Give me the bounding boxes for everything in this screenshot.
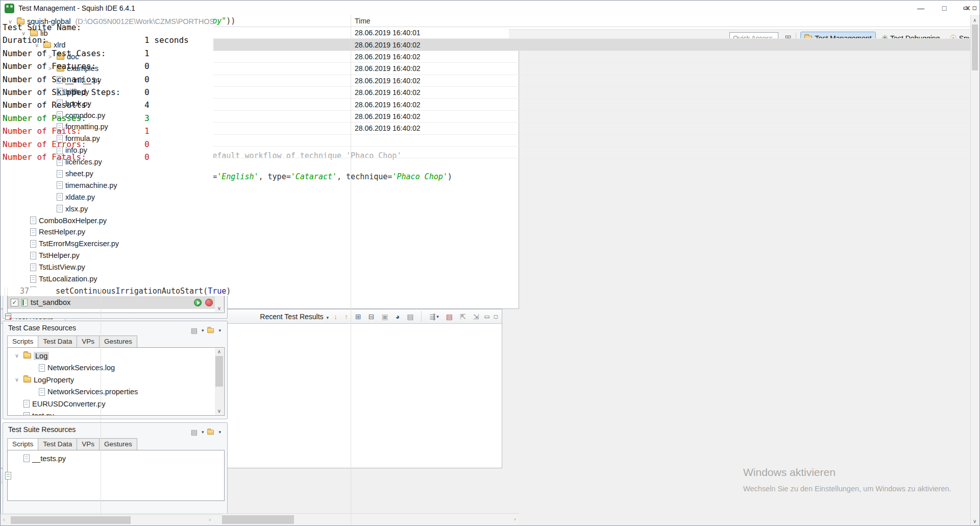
summary-label: Number of Errors: bbox=[3, 138, 144, 151]
squish-ide-window: { "window": {"title": "Test Management -… bbox=[0, 0, 980, 526]
summary-label: Number of Scenarios: bbox=[3, 73, 144, 86]
summary-value: 0 bbox=[144, 60, 150, 73]
summary-row: Number of Errors:0 bbox=[3, 138, 969, 151]
scroll-down-icon[interactable]: ∨ bbox=[973, 518, 976, 524]
summary-value: 1 seconds bbox=[144, 34, 189, 46]
summary-label: Number of Skipped Steps: bbox=[3, 86, 144, 99]
summary-row: Number of Features:0 bbox=[3, 60, 969, 73]
summary-row: Number of Scenarios:0 bbox=[3, 73, 969, 86]
summary-label: Number of Features: bbox=[3, 60, 144, 73]
summary-row: Number of Passes:3 bbox=[3, 112, 969, 125]
scroll-up-icon[interactable]: ∧ bbox=[973, 17, 976, 23]
summary-row: Number of Fatals:0 bbox=[3, 151, 969, 163]
summary-label: Number of Fatals: bbox=[3, 151, 144, 163]
window-title: Test Management - Squish IDE 6.4.1 bbox=[18, 4, 135, 12]
summary-value: 0 bbox=[144, 151, 150, 163]
summary-label: Test Suite Name: bbox=[3, 21, 144, 34]
summary-row: Test Suite Name: bbox=[3, 21, 969, 34]
summary-label: Number of Test Cases: bbox=[3, 47, 144, 60]
summary-row: Number of Skipped Steps:0 bbox=[3, 86, 969, 99]
summary-label: Duration: bbox=[3, 34, 144, 46]
minimize-button[interactable]: — bbox=[909, 1, 933, 16]
summary-label: Number of Passes: bbox=[3, 112, 144, 125]
test-summary-content: Test Suite Name:Duration:1 secondsNumber… bbox=[3, 21, 969, 524]
minimize-view-icon[interactable]: ▭ bbox=[963, 5, 968, 12]
maximize-button[interactable]: □ bbox=[933, 1, 956, 16]
summary-value: 0 bbox=[144, 73, 150, 86]
title-bar: Test Management - Squish IDE 6.4.1 — □ × bbox=[1, 1, 979, 16]
summary-label: Number of Results: bbox=[3, 99, 144, 111]
summary-value: 3 bbox=[144, 112, 150, 125]
squish-app-icon bbox=[5, 4, 14, 13]
summary-row: Number of Test Cases:1 bbox=[3, 47, 969, 60]
summary-row: Duration:1 seconds bbox=[3, 34, 969, 46]
summary-value: 0 bbox=[144, 138, 150, 151]
summary-row: Number of Results:4 bbox=[3, 99, 969, 111]
summary-scrollbar[interactable]: ∧ ∨ bbox=[970, 16, 979, 525]
summary-value: 1 bbox=[144, 47, 150, 60]
maximize-view-icon[interactable]: □ bbox=[973, 5, 976, 12]
summary-row: Number of Fails:1 bbox=[3, 125, 969, 137]
summary-label: Number of Fails: bbox=[3, 125, 144, 137]
summary-value: 0 bbox=[144, 86, 150, 99]
scrollbar-thumb[interactable] bbox=[972, 25, 978, 70]
summary-value: 4 bbox=[144, 99, 150, 111]
summary-value: 1 bbox=[144, 125, 150, 137]
